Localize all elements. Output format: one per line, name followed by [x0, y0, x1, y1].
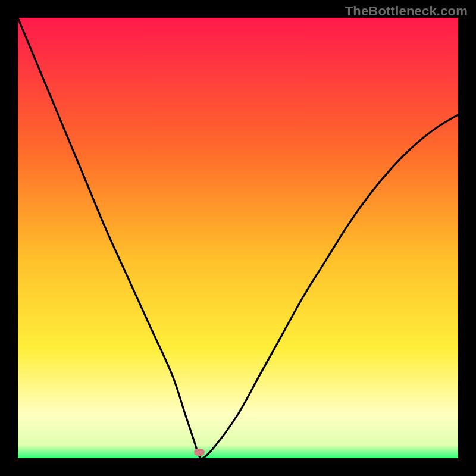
plot-background	[18, 18, 458, 458]
bottleneck-chart	[0, 0, 476, 476]
chart-frame: TheBottleneck.com	[0, 0, 476, 476]
watermark-text: TheBottleneck.com	[345, 4, 468, 19]
minimum-marker	[194, 449, 205, 456]
